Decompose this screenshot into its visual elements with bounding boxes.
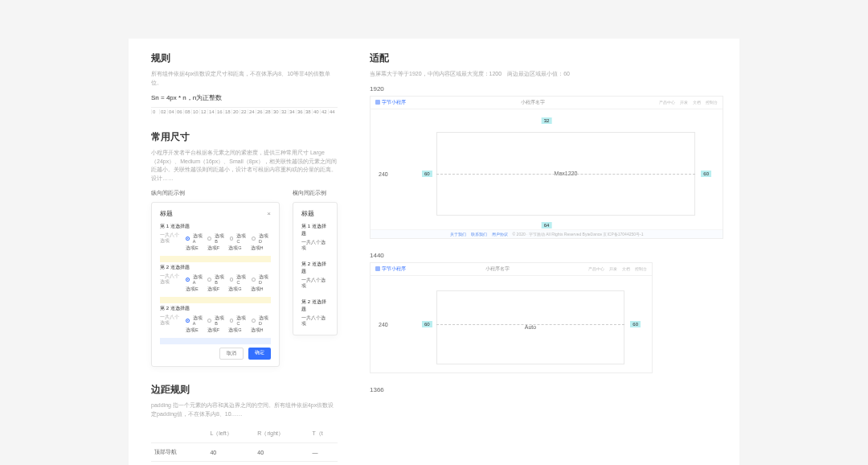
ruler-tick: 32 <box>280 109 288 114</box>
nav-link[interactable]: 开发 <box>680 100 688 105</box>
nav-right: 产品中心开发文档控制台 <box>659 100 718 105</box>
group-title: 第 2 道选择题 <box>160 305 271 312</box>
marker-top: 32 <box>542 117 552 124</box>
ruler-tick: 18 <box>223 109 231 114</box>
nav-link[interactable]: 文档 <box>693 100 701 105</box>
ruler-tick: 0 <box>151 109 159 114</box>
logo: 字节小程序 <box>375 99 406 106</box>
radio-icon[interactable] <box>230 278 234 282</box>
radio-icon[interactable] <box>207 319 211 323</box>
ruler-tick: 06 <box>175 109 183 114</box>
cancel-button[interactable]: 取消 <box>219 348 244 360</box>
breakpoint-1440-label: 1440 <box>370 252 723 259</box>
ruler-tick: 14 <box>207 109 215 114</box>
breakpoint-1366-label: 1366 <box>370 386 723 393</box>
table-header <box>151 425 207 443</box>
padding-desc: padding 指一个元素的内容和其边界之间的空间。所有组件依据4px倍数设定p… <box>151 401 338 418</box>
example-vertical-label: 纵向间距示例 <box>151 189 283 197</box>
rules-section: 规则 所有组件依据4px倍数设定尺寸和距离，不在体系内8、10等非4的倍数单位。… <box>151 51 338 114</box>
ruler-tick: 44 <box>328 109 336 114</box>
ruler: 0020406081012141618202224262830323436384… <box>151 107 338 114</box>
marker-left: 60 <box>422 321 432 327</box>
modal-title: 标题 <box>160 209 173 218</box>
radio-icon[interactable] <box>186 237 190 241</box>
ruler-tick: 38 <box>304 109 312 114</box>
adapt-section: 适配 当屏幕大于等于1920，中间内容区域最大宽度：1200 两边最边区域最小值… <box>370 51 723 397</box>
ruler-tick: 36 <box>296 109 304 114</box>
sidebar-width-label: 240 <box>379 321 388 327</box>
table-header: T（t <box>309 425 338 443</box>
table-header: R（right） <box>254 425 309 443</box>
nav-link[interactable]: 控制台 <box>706 100 718 105</box>
sizes-section: 常用尺寸 小程序开发者平台根据各元素之间的紧密度，提供三种常用尺寸 Large（… <box>151 130 338 367</box>
adapt-desc: 当屏幕大于等于1920，中间内容区域最大宽度：1200 两边最边区域最小值：60 <box>370 70 723 79</box>
radio-icon[interactable] <box>252 237 256 241</box>
nav-link[interactable]: 产品中心 <box>588 266 604 271</box>
padding-section: 边距规则 padding 指一个元素的内容和其边界之间的空间。所有组件依据4px… <box>151 383 338 465</box>
confirm-button[interactable]: 确定 <box>248 348 271 360</box>
radio-icon[interactable] <box>207 237 211 241</box>
ruler-tick: 02 <box>159 109 167 114</box>
sizes-desc: 小程序开发者平台根据各元素之间的紧密度，提供三种常用尺寸 Large（24px）… <box>151 149 338 183</box>
ruler-tick: 08 <box>183 109 191 114</box>
footer-link[interactable]: 用户协议 <box>492 232 508 237</box>
example-horizontal-label: 横向间距示例 <box>293 189 338 197</box>
radio-icon[interactable] <box>207 278 211 282</box>
table-row: 顶部导航4040— <box>151 443 338 462</box>
ruler-tick: 20 <box>231 109 240 114</box>
ruler-tick: 34 <box>288 109 296 114</box>
sidebar-width-label: 240 <box>379 171 388 176</box>
radio-icon[interactable] <box>252 278 256 282</box>
radio-icon[interactable] <box>186 319 190 323</box>
browser-frame-1920: 字节小程序 小程序名字 产品中心开发文档控制台 240 32 60 60 64 … <box>370 96 723 239</box>
marker-bottom: 64 <box>542 222 552 228</box>
breakpoint-1920-label: 1920 <box>370 85 723 93</box>
ruler-tick: 10 <box>191 109 199 114</box>
padding-table: L（left）R（right）T（t顶部导航4040—Card323228页面内… <box>151 425 338 465</box>
ruler-tick: 30 <box>272 109 280 114</box>
nav-link[interactable]: 开发 <box>609 266 617 271</box>
table-row: Card323228 <box>151 462 338 466</box>
close-icon[interactable]: × <box>267 210 271 217</box>
highlight-bar <box>160 338 271 344</box>
marker-right: 60 <box>630 321 641 327</box>
radio-icon[interactable] <box>230 237 234 241</box>
radio-icon[interactable] <box>186 278 190 282</box>
marker-right: 60 <box>701 171 711 177</box>
ruler-tick: 04 <box>167 109 175 114</box>
logo: 字节小程序 <box>375 265 406 273</box>
marker-left: 60 <box>422 171 432 177</box>
tab-label: 小程序名字 <box>521 99 545 106</box>
radio-icon[interactable] <box>252 319 256 323</box>
ruler-tick: 16 <box>215 109 223 114</box>
radio-icon[interactable] <box>230 319 234 323</box>
content-area: Auto <box>436 290 624 364</box>
nav-right: 产品中心开发文档控制台 <box>588 266 647 271</box>
highlight-bar <box>160 297 271 303</box>
sizes-title: 常用尺寸 <box>151 130 338 144</box>
adapt-title: 适配 <box>370 51 723 65</box>
ruler-tick: 28 <box>264 109 272 114</box>
padding-title: 边距规则 <box>151 383 338 397</box>
footer-link[interactable]: 联系我们 <box>471 232 487 237</box>
rules-formula: Sn = 4px * n，n为正整数 <box>151 93 338 102</box>
rules-desc: 所有组件依据4px倍数设定尺寸和距离，不在体系内8、10等非4的倍数单位。 <box>151 70 338 87</box>
highlight-bar <box>160 256 271 262</box>
ruler-line <box>436 324 624 325</box>
group-title: 第 1 道选择题 <box>160 223 271 230</box>
nav-link[interactable]: 产品中心 <box>659 100 675 105</box>
nav-link[interactable]: 文档 <box>622 266 630 271</box>
tab-label: 小程序名字 <box>485 265 510 273</box>
ruler-tick: 40 <box>312 109 320 114</box>
nav-link[interactable]: 控制台 <box>635 266 647 271</box>
modal-example-horizontal: 标题 第 1 道选择题 一共八个选项 第 2 道选择题 一共八个选项 第 2 道… <box>293 202 338 335</box>
table-header: L（left） <box>207 425 254 443</box>
footer-link[interactable]: 关于我们 <box>450 232 466 237</box>
ruler-tick: 42 <box>320 109 328 114</box>
ruler-tick: 22 <box>240 109 248 114</box>
ruler-tick: 24 <box>248 109 256 114</box>
rules-title: 规则 <box>151 51 338 65</box>
footer-link[interactable]: © 2020 · 字节跳动 All Rights Reserved ByteDa… <box>513 232 644 237</box>
group-title: 第 2 道选择题 <box>160 264 271 271</box>
ruler-tick: 26 <box>256 109 264 114</box>
